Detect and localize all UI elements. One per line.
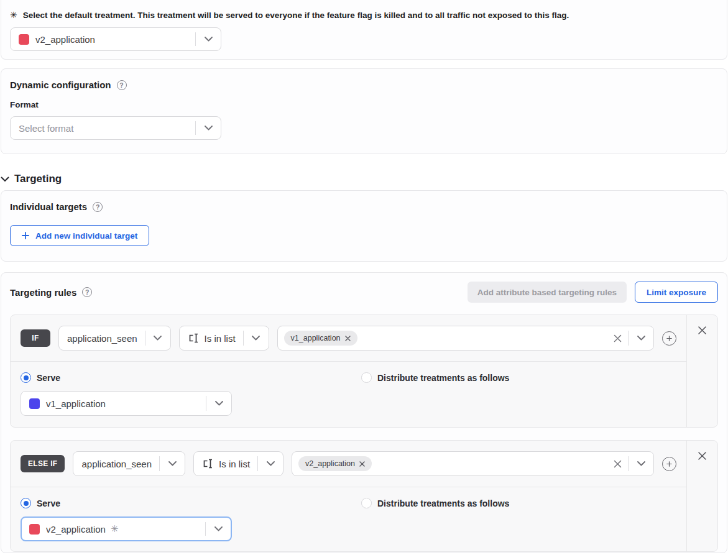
clear-values-icon[interactable] [607,452,628,475]
treatment-color-swatch [29,398,40,409]
string-type-icon [188,333,200,343]
served-treatment-select[interactable]: v1_application [21,391,232,416]
values-multiselect[interactable]: v2_application [292,451,654,476]
chevron-down-icon[interactable] [258,461,283,466]
serve-option[interactable]: Serve [21,372,361,383]
default-treatment-note-text: Select the default treatment. This treat… [23,10,569,21]
add-condition-button[interactable] [662,331,676,346]
value-tag-label: v1_application [291,334,341,342]
limit-exposure-button[interactable]: Limit exposure [635,282,718,303]
plus-icon [22,232,29,239]
serve-radio[interactable] [21,498,31,508]
distribute-option[interactable]: Distribute treatments as follows [361,498,509,508]
collapse-chevron-icon[interactable] [1,177,9,182]
add-individual-target-label: Add new individual target [35,231,137,241]
remove-rule-button[interactable] [698,451,707,461]
served-treatment-select[interactable]: v2_application ✳ [21,516,232,541]
default-treatment-value: v2_application [35,34,95,45]
help-icon[interactable]: ? [117,80,127,90]
chevron-down-icon[interactable] [196,126,221,131]
rule-badge: ELSE IF [21,455,65,472]
individual-targets-panel: Individual targets ? Add new individual … [1,190,727,262]
format-label: Format [10,100,718,109]
default-treatment-select[interactable]: v2_application [10,27,221,51]
default-treatment-marker-icon: ✳ [111,523,119,535]
add-attribute-rules-button[interactable]: Add attribute based targeting rules [468,282,627,303]
format-select-placeholder: Select format [19,123,73,134]
chevron-down-icon[interactable] [244,336,269,341]
distribute-radio[interactable] [361,372,372,383]
individual-targets-title: Individual targets [10,201,87,212]
treatment-color-swatch [19,34,29,45]
help-icon[interactable]: ? [82,287,92,297]
values-multiselect[interactable]: v1_application [277,326,654,351]
clear-values-icon[interactable] [607,326,628,350]
serve-radio[interactable] [21,372,31,383]
treatment-color-swatch [29,524,40,535]
chevron-down-icon[interactable] [629,336,653,341]
targeting-rule-1: IF application_seen Is in list [10,314,718,428]
help-icon[interactable]: ? [93,202,103,212]
serve-label: Serve [37,373,60,383]
chevron-down-icon[interactable] [160,461,185,466]
served-treatment-value: v1_application [46,398,106,409]
matcher-select[interactable]: Is in list [193,451,283,476]
remove-rule-button[interactable] [698,326,707,335]
chevron-down-icon[interactable] [206,401,231,406]
chevron-down-icon[interactable] [145,336,170,341]
remove-tag-icon[interactable] [345,336,351,341]
string-type-icon [202,459,214,469]
served-treatment-value: v2_application [46,524,106,535]
targeting-section-title: Targeting [14,173,62,185]
value-tag: v1_application [284,331,357,346]
chevron-down-icon[interactable] [629,461,653,466]
format-select[interactable]: Select format [10,116,221,140]
targeting-section-header[interactable]: Targeting [0,170,728,188]
value-tag-label: v2_application [305,459,355,468]
distribute-option[interactable]: Distribute treatments as follows [361,372,509,383]
default-treatment-note: ✳ Select the default treatment. This tre… [10,10,718,21]
distribute-label: Distribute treatments as follows [377,498,509,508]
add-condition-button[interactable] [662,457,676,471]
remove-tag-icon[interactable] [359,461,365,467]
distribute-radio[interactable] [361,498,372,508]
attribute-select[interactable]: application_seen [73,451,185,476]
targeting-rule-2: ELSE IF application_seen Is in list [10,440,718,552]
matcher-value: Is in list [205,333,243,344]
add-individual-target-button[interactable]: Add new individual target [10,225,149,246]
targeting-rules-title: Targeting rules [10,287,76,298]
matcher-select[interactable]: Is in list [179,326,269,351]
dynamic-configuration-title: Dynamic configuration [10,80,111,90]
targeting-rules-panel: Targeting rules ? Add attribute based ta… [1,272,727,553]
rule-badge: IF [21,329,50,347]
default-treatment-panel: ✳ Select the default treatment. This tre… [1,0,727,60]
asterisk-icon: ✳ [10,10,17,21]
attribute-value: application_seen [67,333,145,344]
dynamic-configuration-panel: Dynamic configuration ? Format Select fo… [1,68,727,154]
chevron-down-icon[interactable] [196,37,221,42]
value-tag: v2_application [298,456,372,471]
matcher-value: Is in list [219,459,257,469]
serve-option[interactable]: Serve [21,498,361,508]
serve-label: Serve [37,498,60,508]
chevron-down-icon[interactable] [206,526,231,531]
attribute-value: application_seen [81,459,159,469]
distribute-label: Distribute treatments as follows [377,373,509,383]
attribute-select[interactable]: application_seen [58,326,171,351]
